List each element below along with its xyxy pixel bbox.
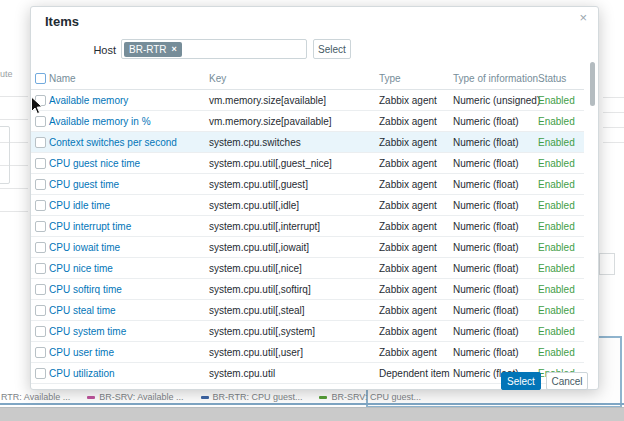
select-all-checkbox[interactable] — [35, 73, 46, 84]
item-type: Zabbix agent — [379, 237, 451, 257]
header-type-of-information: Type of information — [453, 67, 536, 89]
table-row[interactable]: CPU nice time system.cpu.util[,nice] Zab… — [31, 258, 584, 279]
item-name-link[interactable]: CPU guest time — [49, 179, 119, 190]
dialog-title: Items — [45, 14, 79, 29]
table-row[interactable]: CPU softirq time system.cpu.util[,softir… — [31, 279, 584, 300]
table-row[interactable]: Context switches per second system.cpu.s… — [31, 132, 584, 153]
item-info: Numeric (float) — [453, 279, 536, 299]
row-checkbox[interactable] — [35, 158, 46, 169]
row-checkbox[interactable] — [35, 284, 46, 295]
legend-item: BR-RTR: CPU guest... — [201, 392, 303, 402]
item-status[interactable]: Enabled — [538, 326, 575, 337]
table-row[interactable]: CPU idle time system.cpu.util[,idle] Zab… — [31, 195, 584, 216]
item-type: Zabbix agent — [379, 258, 451, 278]
items-table-rows: Available memory vm.memory.size[availabl… — [31, 90, 584, 384]
item-name-link[interactable]: Available memory in % — [49, 116, 151, 127]
item-name-link[interactable]: CPU user time — [49, 347, 114, 358]
row-checkbox[interactable] — [35, 242, 46, 253]
item-key: system.cpu.util[,softirq] — [209, 279, 377, 299]
background-row-line — [0, 188, 28, 189]
legend-marker — [319, 396, 327, 399]
item-name-link[interactable]: CPU nice time — [49, 263, 113, 274]
host-tag-label: BR-RTR — [129, 44, 167, 55]
item-name-link[interactable]: CPU steal time — [49, 305, 116, 316]
table-row[interactable]: CPU interrupt time system.cpu.util[,inte… — [31, 216, 584, 237]
remove-tag-icon[interactable]: × — [172, 44, 177, 55]
item-status[interactable]: Enabled — [538, 263, 575, 274]
item-status[interactable]: Enabled — [538, 284, 575, 295]
table-row[interactable]: CPU system time system.cpu.util[,system]… — [31, 321, 584, 342]
item-status[interactable]: Enabled — [538, 242, 575, 253]
host-label: Host — [81, 44, 116, 56]
item-status[interactable]: Enabled — [538, 179, 575, 190]
item-type: Zabbix agent — [379, 279, 451, 299]
legend-item: BR-SRV: CPU guest... — [319, 392, 421, 402]
item-type: Zabbix agent — [379, 90, 451, 110]
row-checkbox[interactable] — [35, 179, 46, 190]
legend-label: BR-RTR: CPU guest... — [213, 392, 303, 402]
row-checkbox[interactable] — [35, 347, 46, 358]
background-field-fragment — [0, 126, 10, 184]
row-checkbox[interactable] — [35, 368, 46, 379]
item-name-link[interactable]: CPU guest nice time — [49, 158, 140, 169]
item-status[interactable]: Enabled — [538, 305, 575, 316]
table-row[interactable]: Available memory in % vm.memory.size[pav… — [31, 111, 584, 132]
item-info: Numeric (float) — [453, 342, 536, 362]
background-box-fragment — [599, 253, 615, 275]
row-checkbox[interactable] — [35, 137, 46, 148]
page-divider-line — [0, 403, 624, 405]
row-checkbox[interactable] — [35, 305, 46, 316]
host-tag: BR-RTR × — [124, 42, 182, 57]
table-row[interactable]: CPU guest nice time system.cpu.util[,gue… — [31, 153, 584, 174]
scrollbar-thumb[interactable] — [590, 62, 595, 106]
row-checkbox[interactable] — [35, 221, 46, 232]
item-name-link[interactable]: CPU iowait time — [49, 242, 120, 253]
item-info: Numeric (float) — [453, 300, 536, 320]
item-key: system.cpu.util[,iowait] — [209, 237, 377, 257]
item-status[interactable]: Enabled — [538, 95, 575, 106]
item-status[interactable]: Enabled — [538, 158, 575, 169]
item-type: Zabbix agent — [379, 132, 451, 152]
close-icon[interactable]: × — [579, 10, 587, 26]
item-status[interactable]: Enabled — [538, 116, 575, 127]
host-input[interactable]: BR-RTR × — [121, 39, 307, 59]
background-row-line — [0, 119, 28, 120]
item-status[interactable]: Enabled — [538, 200, 575, 211]
item-info: Numeric (float) — [453, 153, 536, 173]
background-row-line — [603, 127, 624, 128]
background-row-line — [0, 96, 28, 97]
table-row[interactable]: Available memory vm.memory.size[availabl… — [31, 90, 584, 111]
select-button[interactable]: Select — [501, 372, 541, 390]
items-dialog: Items × Host BR-RTR × Select Name Key Ty… — [30, 6, 599, 390]
table-row[interactable]: CPU iowait time system.cpu.util[,iowait]… — [31, 237, 584, 258]
legend-label: RTR: Available ... — [1, 392, 70, 402]
item-name-link[interactable]: CPU system time — [49, 326, 126, 337]
item-status[interactable]: Enabled — [538, 137, 575, 148]
item-name-link[interactable]: CPU interrupt time — [49, 221, 131, 232]
header-status: Status — [538, 67, 584, 89]
item-name-link[interactable]: CPU utilization — [49, 368, 115, 379]
item-name-link[interactable]: CPU softirq time — [49, 284, 122, 295]
host-select-button[interactable]: Select — [313, 39, 351, 59]
table-row[interactable]: CPU user time system.cpu.util[,user] Zab… — [31, 342, 584, 363]
background-text-fragment: ute — [0, 69, 13, 79]
background-row-line — [0, 211, 28, 212]
graph-legend: RTR: Available ... BR-SRV: Available ...… — [1, 391, 421, 403]
item-type: Zabbix agent — [379, 216, 451, 236]
table-row[interactable]: CPU steal time system.cpu.util[,steal] Z… — [31, 300, 584, 321]
item-name-link[interactable]: CPU idle time — [49, 200, 110, 211]
item-name-link[interactable]: Context switches per second — [49, 137, 177, 148]
row-checkbox[interactable] — [35, 326, 46, 337]
row-checkbox[interactable] — [35, 116, 46, 127]
item-key: system.cpu.util[,guest] — [209, 174, 377, 194]
row-checkbox[interactable] — [35, 263, 46, 274]
item-name-link[interactable]: Available memory — [49, 95, 128, 106]
cancel-button[interactable]: Cancel — [546, 372, 588, 390]
row-checkbox[interactable] — [35, 95, 46, 106]
item-type: Zabbix agent — [379, 174, 451, 194]
table-row[interactable]: CPU guest time system.cpu.util[,guest] Z… — [31, 174, 584, 195]
item-status[interactable]: Enabled — [538, 347, 575, 358]
row-checkbox[interactable] — [35, 200, 46, 211]
item-key: system.cpu.util — [209, 363, 377, 383]
item-status[interactable]: Enabled — [538, 221, 575, 232]
